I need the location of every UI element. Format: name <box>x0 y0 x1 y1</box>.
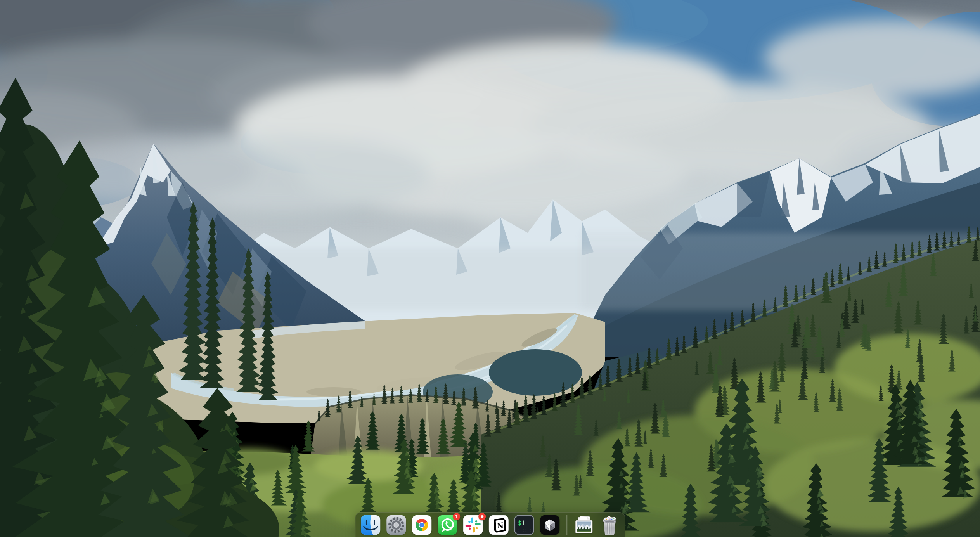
trash-icon <box>599 515 620 535</box>
dock-item-notion[interactable]: N <box>488 515 509 535</box>
cursor-icon <box>540 515 560 535</box>
dock-item-whatsapp[interactable]: 1 <box>437 515 457 535</box>
dock-item-settings[interactable] <box>386 515 406 535</box>
notification-badge-dot <box>478 513 486 520</box>
notion-icon: N <box>488 515 509 535</box>
wallpaper-image <box>0 0 980 537</box>
settings-icon <box>386 515 406 535</box>
desktop: 1 N $ <box>0 0 980 537</box>
terminal-icon: $ <box>514 515 534 535</box>
downloads-icon <box>574 515 594 535</box>
dock-item-finder[interactable] <box>360 515 381 535</box>
dock-item-chrome[interactable] <box>412 515 432 535</box>
dock: 1 N $ <box>355 512 625 537</box>
dock-item-slack[interactable] <box>463 515 483 535</box>
dock-separator <box>566 515 567 535</box>
dock-item-downloads[interactable] <box>574 515 594 535</box>
dock-item-trash[interactable] <box>599 515 620 535</box>
dock-item-terminal[interactable]: $ <box>514 515 534 535</box>
terminal-prompt-glyph: $ <box>518 520 521 527</box>
svg-text:N: N <box>497 521 504 530</box>
chrome-icon <box>412 515 432 535</box>
dock-item-cursor[interactable] <box>540 515 560 535</box>
finder-icon <box>360 515 381 535</box>
notification-badge: 1 <box>453 513 460 520</box>
